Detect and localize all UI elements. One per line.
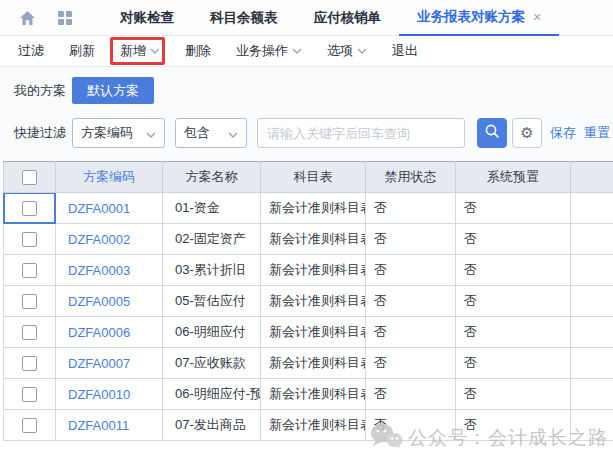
- table-row: DZFA0003 03-累计折旧 新会计准则科目表 否 否: [4, 255, 613, 286]
- row-checkbox[interactable]: [22, 356, 37, 371]
- select-all-checkbox[interactable]: [22, 170, 37, 185]
- tab-payable-writeoff[interactable]: 应付核销单: [296, 0, 400, 36]
- row-checkbox-cell[interactable]: [4, 410, 56, 441]
- plan-code-link[interactable]: DZFA0011: [68, 418, 129, 433]
- tab-account-balance[interactable]: 科目余额表: [192, 0, 296, 36]
- plan-name-cell: 07-应收账款: [163, 348, 261, 379]
- table-row: DZFA0011 07-发出商品 新会计准则科目表 否 否: [4, 410, 613, 441]
- table-row: DZFA0007 07-应收账款 新会计准则科目表 否 否: [4, 348, 613, 379]
- row-checkbox-cell[interactable]: [4, 255, 56, 286]
- plan-code-link[interactable]: DZFA0003: [68, 263, 130, 278]
- header-plan-name[interactable]: 方案名称: [163, 162, 261, 193]
- business-ops-button[interactable]: 业务操作: [232, 40, 306, 62]
- delete-button-label: 删除: [185, 42, 211, 60]
- row-checkbox-cell[interactable]: [4, 317, 56, 348]
- filter-button[interactable]: 过滤: [14, 40, 48, 62]
- refresh-button-label: 刷新: [69, 42, 95, 60]
- plans-table: 方案编码 方案名称 科目表 禁用状态 系统预置 DZFA0001 01-资金 新…: [3, 161, 613, 441]
- filter-button-label: 过滤: [18, 42, 44, 60]
- tab-label: 科目余额表: [210, 9, 278, 27]
- disabled-cell: 否: [366, 379, 456, 410]
- row-checkbox-cell[interactable]: [4, 379, 56, 410]
- table-row: DZFA0002 02-固定资产 新会计准则科目表 否 否: [4, 224, 613, 255]
- add-button-label: 新增: [120, 42, 146, 60]
- row-checkbox[interactable]: [22, 232, 37, 247]
- preset-cell: 否: [456, 193, 571, 224]
- tab-business-report-plan[interactable]: 业务报表对账方案 ×: [399, 0, 559, 36]
- row-checkbox[interactable]: [22, 263, 37, 278]
- plan-name-cell: 06-明细应付-预付: [163, 379, 261, 410]
- disabled-cell: 否: [366, 224, 456, 255]
- row-checkbox[interactable]: [22, 294, 37, 309]
- plan-code-link[interactable]: DZFA0002: [68, 232, 130, 247]
- tab-bar: 对账检查 科目余额表 应付核销单 业务报表对账方案 ×: [0, 0, 613, 36]
- exit-button[interactable]: 退出: [388, 40, 422, 62]
- empty-cell: [571, 286, 613, 317]
- plan-code-link[interactable]: DZFA0006: [68, 325, 130, 340]
- disabled-cell: 否: [366, 193, 456, 224]
- header-system-preset[interactable]: 系统预置: [456, 162, 571, 193]
- refresh-button[interactable]: 刷新: [65, 40, 99, 62]
- coa-cell: 新会计准则科目表: [261, 348, 366, 379]
- header-empty: [571, 162, 613, 193]
- my-plans-label: 我的方案: [14, 82, 72, 100]
- preset-cell: 否: [456, 317, 571, 348]
- disabled-cell: 否: [366, 255, 456, 286]
- filter-operator-select[interactable]: 包含: [175, 118, 247, 148]
- home-icon[interactable]: [16, 7, 38, 29]
- header-plan-code[interactable]: 方案编码: [56, 162, 163, 193]
- apps-grid-icon[interactable]: [54, 7, 76, 29]
- row-checkbox-cell[interactable]: [4, 224, 56, 255]
- search-icon: [484, 123, 500, 143]
- coa-cell: 新会计准则科目表: [261, 224, 366, 255]
- row-checkbox-cell[interactable]: [4, 193, 56, 224]
- plan-code-link[interactable]: DZFA0001: [68, 201, 130, 216]
- filter-field-value: 方案编码: [81, 124, 133, 142]
- plan-name-cell: 05-暂估应付: [163, 286, 261, 317]
- row-checkbox-cell[interactable]: [4, 348, 56, 379]
- business-ops-label: 业务操作: [236, 42, 288, 60]
- plan-code-link[interactable]: DZFA0007: [68, 356, 130, 371]
- plan-code-link[interactable]: DZFA0005: [68, 294, 130, 309]
- empty-cell: [571, 255, 613, 286]
- table-row: DZFA0006 06-明细应付 新会计准则科目表 否 否: [4, 317, 613, 348]
- save-link[interactable]: 保存: [550, 124, 576, 142]
- row-checkbox[interactable]: [22, 418, 37, 433]
- header-coa[interactable]: 科目表: [261, 162, 366, 193]
- delete-button[interactable]: 删除: [181, 40, 215, 62]
- plan-name-cell: 01-资金: [163, 193, 261, 224]
- options-button[interactable]: 选项: [323, 40, 371, 62]
- preset-cell: 否: [456, 379, 571, 410]
- filter-field-select[interactable]: 方案编码: [72, 118, 165, 148]
- default-plan-button[interactable]: 默认方案: [72, 77, 154, 104]
- empty-cell: [571, 348, 613, 379]
- tab-label: 对账检查: [120, 9, 174, 27]
- empty-cell: [571, 193, 613, 224]
- search-button[interactable]: [477, 118, 507, 148]
- preset-cell: 否: [456, 410, 571, 441]
- tab-reconciliation-check[interactable]: 对账检查: [102, 0, 192, 36]
- filter-settings-button[interactable]: ⚙: [512, 118, 542, 148]
- coa-cell: 新会计准则科目表: [261, 193, 366, 224]
- preset-cell: 否: [456, 255, 571, 286]
- row-checkbox-cell[interactable]: [4, 286, 56, 317]
- row-checkbox[interactable]: [22, 201, 37, 216]
- coa-cell: 新会计准则科目表: [261, 410, 366, 441]
- quick-filter-label: 快捷过滤: [14, 124, 72, 142]
- close-icon[interactable]: ×: [533, 9, 541, 25]
- chevron-down-icon: [292, 48, 302, 54]
- preset-cell: 否: [456, 286, 571, 317]
- header-disabled-status[interactable]: 禁用状态: [366, 162, 456, 193]
- tab-list: 对账检查 科目余额表 应付核销单 业务报表对账方案 ×: [102, 0, 559, 36]
- add-button[interactable]: 新增: [116, 40, 164, 62]
- row-checkbox[interactable]: [22, 325, 37, 340]
- reset-link[interactable]: 重置: [584, 124, 610, 142]
- chevron-down-icon: [357, 48, 367, 54]
- coa-cell: 新会计准则科目表: [261, 317, 366, 348]
- plan-code-link[interactable]: DZFA0010: [68, 387, 130, 402]
- coa-cell: 新会计准则科目表: [261, 255, 366, 286]
- app-window: 对账检查 科目余额表 应付核销单 业务报表对账方案 × 过滤 刷新 新增 删除 …: [0, 0, 613, 462]
- preset-cell: 否: [456, 348, 571, 379]
- row-checkbox[interactable]: [22, 387, 37, 402]
- keyword-search-input[interactable]: [257, 118, 465, 148]
